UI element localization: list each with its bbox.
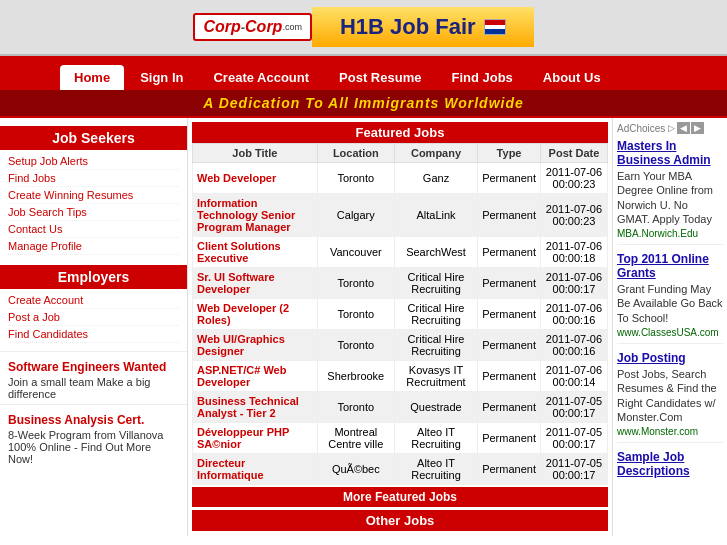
table-row: Client Solutions ExecutiveVancouverSearc… <box>193 237 608 268</box>
job-company: Alteo IT Recruiting <box>394 454 477 485</box>
job-date: 2011-07-06 00:00:18 <box>540 237 607 268</box>
ad-next-button[interactable]: ▶ <box>691 122 704 134</box>
table-row: Web Developer (2 Roles)TorontoCritical H… <box>193 299 608 330</box>
promo1-body: Join a small team Make a big difference <box>8 376 179 400</box>
ad4-title[interactable]: Sample Job Descriptions <box>617 450 723 478</box>
corp-logo[interactable]: Corp - Corp .com <box>193 13 312 41</box>
job-type: Permanent <box>478 194 541 237</box>
job-type: Permanent <box>478 163 541 194</box>
table-row: ASP.NET/C# Web DeveloperSherbrookeKovasy… <box>193 361 608 392</box>
ad1-url[interactable]: MBA.Norwich.Edu <box>617 228 723 239</box>
job-company: Kovasys IT Recruitment <box>394 361 477 392</box>
employers-header: Employers <box>0 265 187 289</box>
job-location: Toronto <box>317 330 394 361</box>
ad1-body: Earn Your MBA Degree Online from Norwich… <box>617 169 723 226</box>
job-company: Critical Hire Recruiting <box>394 299 477 330</box>
job-title-link[interactable]: ASP.NET/C# Web Developer <box>197 364 286 388</box>
nav-signin[interactable]: Sign In <box>126 65 197 90</box>
nav-about-us[interactable]: About Us <box>529 65 615 90</box>
main-layout: Job Seekers Setup Job Alerts Find Jobs C… <box>0 116 727 536</box>
logo-com: .com <box>282 22 302 32</box>
job-location: Montreal Centre ville <box>317 423 394 454</box>
link-setup-job-alerts[interactable]: Setup Job Alerts <box>8 153 179 170</box>
ad3-url[interactable]: www.Monster.com <box>617 426 723 437</box>
link-post-job[interactable]: Post a Job <box>8 309 179 326</box>
job-type: Permanent <box>478 392 541 423</box>
job-seekers-links: Setup Job Alerts Find Jobs Create Winnin… <box>0 153 187 255</box>
job-title-link[interactable]: Directeur Informatique <box>197 457 264 481</box>
ad2-url[interactable]: www.ClassesUSA.com <box>617 327 723 338</box>
right-sidebar: AdChoices ▷ ◀ ▶ Masters In Business Admi… <box>612 118 727 536</box>
job-company: Critical Hire Recruiting <box>394 330 477 361</box>
employers-section: Employers Create Account Post a Job Find… <box>0 265 187 343</box>
other-jobs-header: Other Jobs <box>192 510 608 531</box>
more-featured-jobs[interactable]: More Featured Jobs <box>192 487 608 507</box>
job-location: Toronto <box>317 392 394 423</box>
job-title-link[interactable]: Sr. UI Software Developer <box>197 271 275 295</box>
ad2-body: Grant Funding May Be Available Go Back T… <box>617 282 723 325</box>
job-type: Permanent <box>478 423 541 454</box>
featured-jobs-header: Featured Jobs <box>192 122 608 143</box>
job-location: Toronto <box>317 268 394 299</box>
h1b-text: H1B Job Fair <box>340 14 476 40</box>
ad-choices-label: AdChoices <box>617 123 665 134</box>
job-company: Critical Hire Recruiting <box>394 268 477 299</box>
job-type: Permanent <box>478 299 541 330</box>
ad-block-3: Job Posting Post Jobs, Search Resumes & … <box>617 351 723 443</box>
h1b-banner: H1B Job Fair <box>312 7 534 47</box>
link-manage-profile[interactable]: Manage Profile <box>8 238 179 255</box>
nav-post-resume[interactable]: Post Resume <box>325 65 435 90</box>
nav-create-account[interactable]: Create Account <box>199 65 323 90</box>
job-title-link[interactable]: Web UI/Graphics Designer <box>197 333 285 357</box>
job-date: 2011-07-05 00:00:17 <box>540 423 607 454</box>
job-location: Sherbrooke <box>317 361 394 392</box>
ad3-title[interactable]: Job Posting <box>617 351 723 365</box>
ad-prev-button[interactable]: ◀ <box>677 122 690 134</box>
promo2-body: 8-Week Program from Villanova 100% Onlin… <box>8 429 179 465</box>
ad1-title[interactable]: Masters In Business Admin <box>617 139 723 167</box>
job-type: Permanent <box>478 330 541 361</box>
link-create-account[interactable]: Create Account <box>8 292 179 309</box>
link-contact-us[interactable]: Contact Us <box>8 221 179 238</box>
banner: Corp - Corp .com H1B Job Fair <box>0 0 727 56</box>
job-company: Questrade <box>394 392 477 423</box>
job-title-link[interactable]: Information Technology Senior Program Ma… <box>197 197 295 233</box>
tagline-bar: A Dedication To All Immigrants Worldwide <box>0 90 727 116</box>
job-title-link[interactable]: Web Developer <box>197 172 276 184</box>
job-date: 2011-07-06 00:00:17 <box>540 268 607 299</box>
job-title-link[interactable]: Business Technical Analyst - Tier 2 <box>197 395 299 419</box>
job-title-link[interactable]: Client Solutions Executive <box>197 240 281 264</box>
job-location: Toronto <box>317 299 394 330</box>
job-date: 2011-07-06 00:00:14 <box>540 361 607 392</box>
ad-block-4: Sample Job Descriptions <box>617 450 723 478</box>
job-date: 2011-07-06 00:00:16 <box>540 330 607 361</box>
link-job-search-tips[interactable]: Job Search Tips <box>8 204 179 221</box>
nav-find-jobs[interactable]: Find Jobs <box>437 65 526 90</box>
table-row: Sr. UI Software DeveloperTorontoCritical… <box>193 268 608 299</box>
link-find-candidates[interactable]: Find Candidates <box>8 326 179 343</box>
promo1-title[interactable]: Software Engineers Wanted <box>8 360 179 374</box>
col-company: Company <box>394 144 477 163</box>
job-type: Permanent <box>478 361 541 392</box>
job-type: Permanent <box>478 237 541 268</box>
link-find-jobs[interactable]: Find Jobs <box>8 170 179 187</box>
center-content: Featured Jobs Job Title Location Company… <box>188 118 612 536</box>
promo2: Business Analysis Cert. 8-Week Program f… <box>0 404 187 469</box>
ad-choices-bar: AdChoices ▷ ◀ ▶ <box>617 122 723 134</box>
left-sidebar: Job Seekers Setup Job Alerts Find Jobs C… <box>0 118 188 536</box>
table-row: Business Technical Analyst - Tier 2Toron… <box>193 392 608 423</box>
promo1: Software Engineers Wanted Join a small t… <box>0 351 187 404</box>
job-date: 2011-07-06 00:00:23 <box>540 163 607 194</box>
job-location: QuÃ©bec <box>317 454 394 485</box>
ad3-body: Post Jobs, Search Resumes & Find the Rig… <box>617 367 723 424</box>
link-create-resumes[interactable]: Create Winning Resumes <box>8 187 179 204</box>
logo-text: Corp <box>203 18 240 36</box>
job-title-link[interactable]: Développeur PHP SA©nior <box>197 426 289 450</box>
promo2-title[interactable]: Business Analysis Cert. <box>8 413 179 427</box>
job-seekers-section: Job Seekers Setup Job Alerts Find Jobs C… <box>0 126 187 255</box>
col-location: Location <box>317 144 394 163</box>
job-title-link[interactable]: Web Developer (2 Roles) <box>197 302 289 326</box>
ad2-title[interactable]: Top 2011 Online Grants <box>617 252 723 280</box>
nav-home[interactable]: Home <box>60 65 124 90</box>
job-company: AltaLink <box>394 194 477 237</box>
